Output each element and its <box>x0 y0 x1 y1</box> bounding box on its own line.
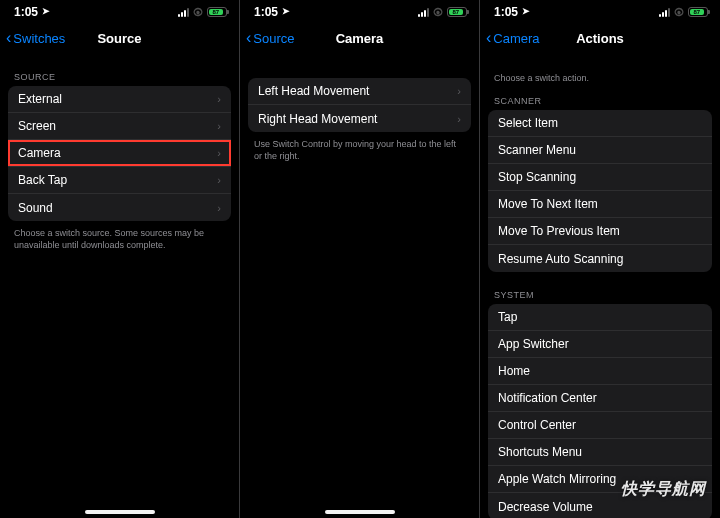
row-label: Right Head Movement <box>258 112 377 126</box>
row-label: Scanner Menu <box>498 143 576 157</box>
chevron-right-icon: › <box>217 147 221 159</box>
nav-bar: ‹ Switches Source <box>0 22 239 54</box>
back-label: Camera <box>493 31 539 46</box>
row-move-next[interactable]: Move To Next Item <box>488 191 712 218</box>
status-time: 1:05 <box>14 5 38 19</box>
section-header-source: SOURCE <box>0 54 239 86</box>
source-group: External › Screen › Camera › Back Tap › … <box>8 86 231 221</box>
three-phone-layout: 1:05 ➤ ⦿ 87 ‹ Switches Source SOURCE Ext… <box>0 0 720 518</box>
phone-source: 1:05 ➤ ⦿ 87 ‹ Switches Source SOURCE Ext… <box>0 0 240 518</box>
location-icon: ➤ <box>42 6 50 16</box>
row-camera[interactable]: Camera › <box>8 140 231 167</box>
phone-actions: 1:05 ➤ ⦿ 87 ‹ Camera Actions Choose a sw… <box>480 0 720 518</box>
status-right: ⦿ 87 <box>418 7 467 18</box>
status-left: 1:05 ➤ <box>254 5 290 19</box>
wifi-icon: ⦿ <box>193 7 203 18</box>
row-label: Camera <box>18 146 61 160</box>
nav-title: Camera <box>336 31 384 46</box>
row-external[interactable]: External › <box>8 86 231 113</box>
status-time: 1:05 <box>494 5 518 19</box>
status-time: 1:05 <box>254 5 278 19</box>
status-right: ⦿ 87 <box>178 7 227 18</box>
status-left: 1:05 ➤ <box>14 5 50 19</box>
row-label: Back Tap <box>18 173 67 187</box>
section-footer: Use Switch Control by moving your head t… <box>240 132 479 162</box>
row-select-item[interactable]: Select Item <box>488 110 712 137</box>
spacer <box>240 54 479 78</box>
row-label: Home <box>498 364 530 378</box>
row-label: External <box>18 92 62 106</box>
chevron-right-icon: › <box>217 93 221 105</box>
phone-camera: 1:05 ➤ ⦿ 87 ‹ Source Camera Left Head Mo… <box>240 0 480 518</box>
row-label: Decrease Volume <box>498 500 593 514</box>
chevron-left-icon: ‹ <box>6 30 11 46</box>
section-header-scanner: SCANNER <box>480 84 720 110</box>
row-sound[interactable]: Sound › <box>8 194 231 221</box>
row-left-head[interactable]: Left Head Movement › <box>248 78 471 105</box>
row-control-center[interactable]: Control Center <box>488 412 712 439</box>
row-label: Resume Auto Scanning <box>498 252 623 266</box>
nav-bar: ‹ Source Camera <box>240 22 479 54</box>
chevron-left-icon: ‹ <box>486 30 491 46</box>
row-screen[interactable]: Screen › <box>8 113 231 140</box>
row-label: Move To Next Item <box>498 197 598 211</box>
chevron-left-icon: ‹ <box>246 30 251 46</box>
row-label: Apple Watch Mirroring <box>498 472 616 486</box>
row-label: Control Center <box>498 418 576 432</box>
row-label: Notification Center <box>498 391 597 405</box>
status-bar: 1:05 ➤ ⦿ 87 <box>0 0 239 22</box>
status-left: 1:05 ➤ <box>494 5 530 19</box>
chevron-right-icon: › <box>457 113 461 125</box>
row-label: Sound <box>18 201 53 215</box>
row-tap[interactable]: Tap <box>488 304 712 331</box>
row-notification-center[interactable]: Notification Center <box>488 385 712 412</box>
row-back-tap[interactable]: Back Tap › <box>8 167 231 194</box>
row-shortcuts-menu[interactable]: Shortcuts Menu <box>488 439 712 466</box>
camera-group: Left Head Movement › Right Head Movement… <box>248 78 471 132</box>
pre-note: Choose a switch action. <box>480 54 720 84</box>
wifi-icon: ⦿ <box>674 7 684 18</box>
nav-bar: ‹ Camera Actions <box>480 22 720 54</box>
cellular-icon <box>418 7 429 17</box>
back-button[interactable]: ‹ Source <box>246 22 295 54</box>
chevron-right-icon: › <box>457 85 461 97</box>
row-scanner-menu[interactable]: Scanner Menu <box>488 137 712 164</box>
watermark: 快学导航网 <box>621 479 706 500</box>
row-label: Stop Scanning <box>498 170 576 184</box>
nav-title: Actions <box>576 31 624 46</box>
row-right-head[interactable]: Right Head Movement › <box>248 105 471 132</box>
battery-icon: 87 <box>207 7 227 17</box>
row-label: Select Item <box>498 116 558 130</box>
row-label: Tap <box>498 310 517 324</box>
back-label: Switches <box>13 31 65 46</box>
row-resume-auto[interactable]: Resume Auto Scanning <box>488 245 712 272</box>
row-label: Move To Previous Item <box>498 224 620 238</box>
row-move-prev[interactable]: Move To Previous Item <box>488 218 712 245</box>
battery-icon: 87 <box>688 7 708 17</box>
battery-icon: 87 <box>447 7 467 17</box>
row-label: Screen <box>18 119 56 133</box>
back-button[interactable]: ‹ Switches <box>6 22 65 54</box>
location-icon: ➤ <box>522 6 530 16</box>
row-label: Left Head Movement <box>258 84 369 98</box>
row-label: Shortcuts Menu <box>498 445 582 459</box>
row-label: App Switcher <box>498 337 569 351</box>
home-indicator[interactable] <box>325 510 395 514</box>
scanner-group: Select Item Scanner Menu Stop Scanning M… <box>488 110 712 272</box>
location-icon: ➤ <box>282 6 290 16</box>
back-label: Source <box>253 31 294 46</box>
back-button[interactable]: ‹ Camera <box>486 22 540 54</box>
wifi-icon: ⦿ <box>433 7 443 18</box>
section-header-system: SYSTEM <box>480 272 720 304</box>
row-home[interactable]: Home <box>488 358 712 385</box>
row-app-switcher[interactable]: App Switcher <box>488 331 712 358</box>
status-bar: 1:05 ➤ ⦿ 87 <box>240 0 479 22</box>
chevron-right-icon: › <box>217 120 221 132</box>
status-bar: 1:05 ➤ ⦿ 87 <box>480 0 720 22</box>
row-stop-scanning[interactable]: Stop Scanning <box>488 164 712 191</box>
chevron-right-icon: › <box>217 202 221 214</box>
section-footer: Choose a switch source. Some sources may… <box>0 221 239 251</box>
nav-title: Source <box>97 31 141 46</box>
home-indicator[interactable] <box>85 510 155 514</box>
chevron-right-icon: › <box>217 174 221 186</box>
